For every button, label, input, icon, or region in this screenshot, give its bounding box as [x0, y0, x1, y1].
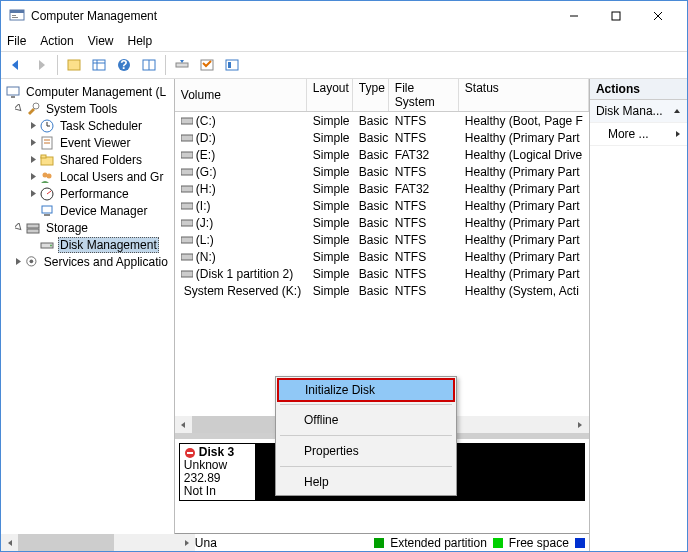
close-button[interactable] — [637, 1, 679, 31]
header-volume[interactable]: Volume — [175, 79, 307, 111]
svg-rect-51 — [181, 254, 193, 260]
table-row[interactable]: (I:)SimpleBasicNTFSHealthy (Primary Part — [175, 197, 589, 214]
services-icon — [24, 254, 39, 270]
actions-pane: Actions Disk Mana... More ... — [590, 79, 687, 551]
performance-icon — [39, 186, 55, 202]
window-title: Computer Management — [31, 9, 553, 23]
expander-closed-icon[interactable] — [27, 172, 39, 181]
volume-icon — [181, 150, 193, 160]
scroll-right-icon[interactable] — [178, 534, 195, 551]
scroll-left-icon[interactable] — [175, 416, 192, 433]
scroll-thumb[interactable] — [18, 534, 114, 551]
app-icon — [9, 8, 25, 24]
legend-unallocated: Una — [195, 536, 217, 550]
svg-rect-19 — [228, 62, 231, 68]
context-offline[interactable]: Offline — [276, 407, 456, 433]
minimize-button[interactable] — [553, 1, 595, 31]
table-row[interactable]: System Reserved (K:)SimpleBasicNTFSHealt… — [175, 282, 589, 299]
svg-rect-36 — [44, 214, 50, 216]
expander-closed-icon[interactable] — [13, 257, 24, 266]
table-row[interactable]: (N:)SimpleBasicNTFSHealthy (Primary Part — [175, 248, 589, 265]
chevron-right-icon — [675, 130, 681, 138]
header-status[interactable]: Status — [459, 79, 589, 111]
expander-open-icon[interactable] — [13, 104, 25, 113]
tools-icon — [25, 101, 41, 117]
toolbar-icon-5[interactable] — [196, 54, 218, 76]
menu-file[interactable]: File — [7, 34, 26, 48]
collapse-icon — [673, 107, 681, 115]
help-icon[interactable]: ? — [113, 54, 135, 76]
svg-rect-52 — [181, 271, 193, 277]
toolbar-icon-2[interactable] — [88, 54, 110, 76]
device-icon — [39, 203, 55, 219]
volume-icon — [181, 116, 193, 126]
svg-point-40 — [50, 244, 52, 246]
volume-icon — [181, 218, 193, 228]
context-menu: Initialize Disk Offline Properties Help — [275, 376, 457, 496]
maximize-button[interactable] — [595, 1, 637, 31]
context-help[interactable]: Help — [276, 469, 456, 495]
expander-closed-icon[interactable] — [27, 138, 39, 147]
context-properties[interactable]: Properties — [276, 438, 456, 464]
table-row[interactable]: (E:)SimpleBasicFAT32Healthy (Logical Dri… — [175, 146, 589, 163]
svg-point-42 — [30, 260, 34, 264]
folder-icon — [39, 152, 55, 168]
table-row[interactable]: (G:)SimpleBasicNTFSHealthy (Primary Part — [175, 163, 589, 180]
scroll-left-icon[interactable] — [1, 534, 18, 551]
table-row[interactable]: (H:)SimpleBasicFAT32Healthy (Primary Par… — [175, 180, 589, 197]
table-row[interactable]: (C:)SimpleBasicNTFSHealthy (Boot, Page F — [175, 112, 589, 129]
menu-divider — [280, 404, 452, 405]
svg-rect-30 — [41, 155, 46, 158]
menu-divider — [280, 466, 452, 467]
tree-horizontal-scrollbar[interactable] — [1, 534, 195, 551]
toolbar-icon-6[interactable] — [221, 54, 243, 76]
tree-root[interactable]: Computer Management (L — [5, 83, 170, 100]
volume-table: Volume Layout Type File System Status (C… — [175, 79, 589, 416]
tree-system-tools[interactable]: System Tools — [5, 100, 170, 117]
volume-icon — [181, 235, 193, 245]
menu-view[interactable]: View — [88, 34, 114, 48]
tree-performance[interactable]: Performance — [5, 185, 170, 202]
tree-storage[interactable]: Storage — [5, 219, 170, 236]
svg-rect-48 — [181, 203, 193, 209]
svg-rect-2 — [12, 15, 16, 16]
table-header: Volume Layout Type File System Status — [175, 79, 589, 112]
toolbar-separator — [57, 55, 58, 75]
expander-closed-icon[interactable] — [27, 121, 39, 130]
tree-local-users[interactable]: Local Users and Gr — [5, 168, 170, 185]
context-initialize-disk[interactable]: Initialize Disk — [277, 378, 455, 402]
tree-task-scheduler[interactable]: Task Scheduler — [5, 117, 170, 134]
actions-more[interactable]: More ... — [590, 123, 687, 146]
svg-rect-3 — [12, 17, 18, 18]
svg-rect-46 — [181, 169, 193, 175]
expander-open-icon[interactable] — [13, 223, 25, 232]
header-filesystem[interactable]: File System — [389, 79, 459, 111]
table-row[interactable]: (L:)SimpleBasicNTFSHealthy (Primary Part — [175, 231, 589, 248]
scroll-track[interactable] — [18, 534, 178, 551]
tree-event-viewer[interactable]: Event Viewer — [5, 134, 170, 151]
svg-rect-37 — [27, 224, 39, 228]
svg-rect-20 — [7, 87, 19, 95]
svg-rect-9 — [93, 60, 105, 70]
actions-diskmgmt[interactable]: Disk Mana... — [590, 100, 687, 123]
expander-closed-icon[interactable] — [27, 189, 39, 198]
expander-closed-icon[interactable] — [27, 155, 39, 164]
header-layout[interactable]: Layout — [307, 79, 353, 111]
tree-shared-folders[interactable]: Shared Folders — [5, 151, 170, 168]
back-button[interactable] — [5, 54, 27, 76]
table-row[interactable]: (Disk 1 partition 2)SimpleBasicNTFSHealt… — [175, 265, 589, 282]
tree-services[interactable]: Services and Applicatio — [5, 253, 170, 270]
tree-device-manager[interactable]: Device Manager — [5, 202, 170, 219]
table-row[interactable]: (J:)SimpleBasicNTFSHealthy (Primary Part — [175, 214, 589, 231]
toolbar-icon-1[interactable] — [63, 54, 85, 76]
forward-button[interactable] — [30, 54, 52, 76]
menu-action[interactable]: Action — [40, 34, 73, 48]
scroll-right-icon[interactable] — [572, 416, 589, 433]
legend: Una Extended partition Free space — [175, 533, 589, 551]
toolbar-icon-3[interactable] — [138, 54, 160, 76]
menu-help[interactable]: Help — [128, 34, 153, 48]
toolbar-icon-4[interactable] — [171, 54, 193, 76]
header-type[interactable]: Type — [353, 79, 389, 111]
tree-disk-management[interactable]: Disk Management — [5, 236, 170, 253]
table-row[interactable]: (D:)SimpleBasicNTFSHealthy (Primary Part — [175, 129, 589, 146]
